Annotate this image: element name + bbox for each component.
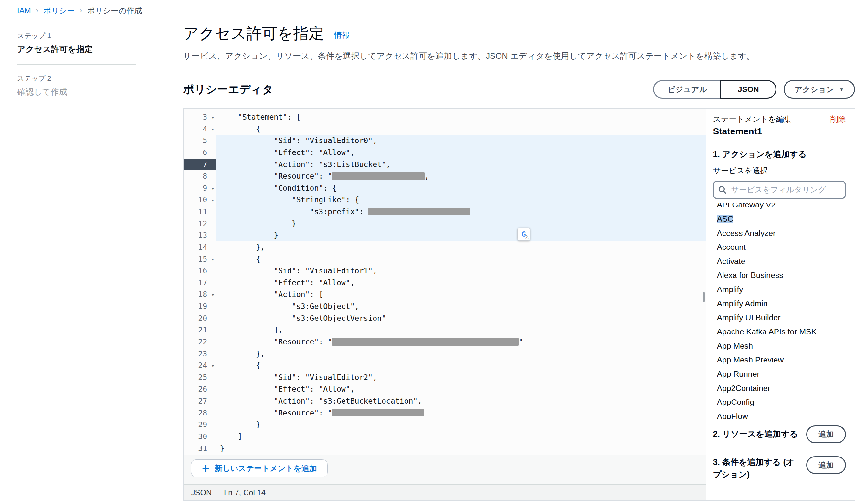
step-item[interactable]: ステップ 1アクセス許可を指定 [17,31,136,55]
actions-dropdown-button[interactable]: アクション ▼ [784,80,855,98]
add-condition-button[interactable]: 追加 [806,456,845,474]
code-line-text[interactable]: } [216,443,706,454]
line-number[interactable]: 7 [183,159,216,170]
code-line[interactable]: 31} [183,443,706,454]
code-line[interactable]: 13 } [183,229,706,241]
service-list-item[interactable]: Apache Kafka APIs for MSK [706,325,855,339]
code-line[interactable]: 4▾ { [183,123,706,135]
line-number[interactable]: 29 [183,419,216,431]
breadcrumb-item[interactable]: IAM [17,6,31,15]
line-number[interactable]: 17 [183,277,216,289]
line-number[interactable]: 13 [183,229,216,241]
line-number[interactable]: 10▾ [183,194,216,206]
line-number[interactable]: 19 [183,301,216,312]
service-list-item[interactable]: App2Container [706,381,855,395]
google-translate-icon[interactable]: G文 [517,228,530,240]
step-item[interactable]: ステップ 2確認して作成 [17,74,136,97]
line-number[interactable]: 22 [183,336,216,348]
line-number[interactable]: 6 [183,147,216,159]
code-line[interactable]: 25 "Sid": "VisualEditor2", [183,372,706,383]
code-line-text[interactable]: ], [216,324,706,336]
code-line[interactable]: 6 "Effect": "Allow", [183,147,706,159]
json-code-editor[interactable]: 3▾ "Statement": [4▾ {5 "Sid": "VisualEdi… [183,109,706,454]
editor-scrollbar-thumb[interactable] [703,292,705,302]
code-line-text[interactable]: "Sid": "VisualEditor0", [216,135,706,147]
code-line-text[interactable]: "Action": [ [216,288,706,301]
line-number[interactable]: 11 [183,206,216,218]
code-line-text[interactable]: "Statement": [ [216,111,706,123]
code-line-text[interactable]: "Sid": "VisualEditor1", [216,265,706,277]
code-line[interactable]: 27 "Action": "s3:GetBucketLocation", [183,395,706,407]
code-line-text[interactable]: "Action": "s3:ListBucket", [216,159,706,170]
code-line-text[interactable]: { [216,253,706,265]
fold-toggle-icon[interactable]: ▾ [211,195,214,206]
service-list-item[interactable]: Account [706,240,855,254]
code-line[interactable]: 22 "Resource": "" [183,336,706,348]
line-number[interactable]: 20 [183,312,216,324]
code-line[interactable]: 5 "Sid": "VisualEditor0", [183,135,706,147]
code-line[interactable]: 21 ], [183,324,706,336]
line-number[interactable]: 8 [183,170,216,182]
code-line[interactable]: 12 } [183,218,706,230]
fold-toggle-icon[interactable]: ▾ [211,289,214,301]
service-list-item[interactable]: App Runner [706,367,855,381]
code-line-text[interactable]: "Effect": "Allow", [216,277,706,289]
code-line[interactable]: 29 } [183,419,706,431]
code-line[interactable]: 3▾ "Statement": [ [183,111,706,123]
line-number[interactable]: 25 [183,372,216,383]
code-line[interactable]: 16 "Sid": "VisualEditor1", [183,265,706,277]
fold-toggle-icon[interactable]: ▾ [211,254,214,266]
line-number[interactable]: 16 [183,265,216,277]
service-list-item[interactable]: Activate [706,254,855,269]
line-number[interactable]: 27 [183,395,216,407]
line-number[interactable]: 21 [183,324,216,336]
line-number[interactable]: 12 [183,218,216,230]
code-line-text[interactable]: { [216,360,706,372]
service-list-item[interactable]: API Gateway V2 [706,203,855,212]
service-list-item[interactable]: Amplify Admin [706,296,855,311]
service-filter-input[interactable] [730,185,840,195]
code-line-text[interactable]: "Resource": ", [216,170,706,182]
line-number[interactable]: 14 [183,241,216,253]
line-number[interactable]: 30 [183,431,216,443]
code-line[interactable]: 9▾ "Condition": { [183,182,706,194]
code-line[interactable]: 26 "Effect": "Allow", [183,383,706,395]
code-line-text[interactable]: } [216,218,706,230]
add-statement-button[interactable]: 新しいステートメントを追加 [191,460,328,477]
code-line[interactable]: 20 "s3:GetObjectVersion" [183,312,706,324]
code-line-text[interactable]: "Resource": " [216,407,706,419]
fold-toggle-icon[interactable]: ▾ [211,183,214,195]
breadcrumb-item[interactable]: ポリシー [43,5,75,16]
service-list-item[interactable]: App Mesh [706,339,855,353]
code-line[interactable]: 23 }, [183,348,706,360]
code-line-text[interactable]: }, [216,241,706,253]
code-line-text[interactable]: { [216,123,706,135]
code-line[interactable]: 8 "Resource": ", [183,170,706,182]
service-list-item[interactable]: App Mesh Preview [706,353,855,367]
line-number[interactable]: 15▾ [183,253,216,265]
line-number[interactable]: 31 [183,443,216,454]
service-list-item[interactable]: Amplify [706,282,855,296]
code-line[interactable]: 28 "Resource": " [183,407,706,419]
code-line-text[interactable]: "s3:prefix": [216,206,706,218]
json-mode-button[interactable]: JSON [720,80,777,98]
info-link[interactable]: 情報 [334,30,350,40]
code-line-text[interactable]: "Resource": "" [216,336,706,348]
fold-toggle-icon[interactable]: ▾ [211,360,214,372]
code-line-text[interactable]: "Sid": "VisualEditor2", [216,372,706,383]
line-number[interactable]: 24▾ [183,360,216,372]
code-line[interactable]: 17 "Effect": "Allow", [183,277,706,289]
code-line-text[interactable]: "Action": "s3:GetBucketLocation", [216,395,706,407]
code-line-text[interactable]: "StringLike": { [216,194,706,206]
code-line-text[interactable]: }, [216,348,706,360]
code-line[interactable]: 19 "s3:GetObject", [183,301,706,312]
line-number[interactable]: 26 [183,383,216,395]
line-number[interactable]: 23 [183,348,216,360]
code-line[interactable]: 10▾ "StringLike": { [183,194,706,206]
code-line[interactable]: 14 }, [183,241,706,253]
code-line[interactable]: 18▾ "Action": [ [183,288,706,301]
service-list-item[interactable]: AppFlow [706,409,855,419]
visual-mode-button[interactable]: ビジュアル [653,80,720,98]
code-line-text[interactable]: "Effect": "Allow", [216,147,706,159]
code-line-text[interactable]: "Condition": { [216,182,706,194]
